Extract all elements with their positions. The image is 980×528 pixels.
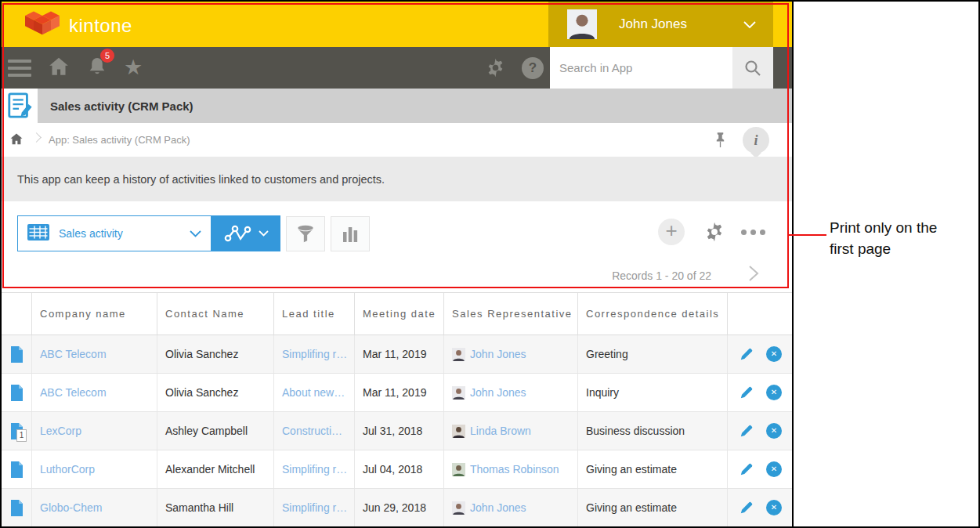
search-button[interactable] — [732, 47, 773, 89]
rep-name-link[interactable]: John Jones — [470, 501, 526, 514]
chart-view-button[interactable] — [212, 215, 280, 251]
meeting-date-cell: Mar 11, 2019 — [354, 335, 443, 373]
list-controls: Sales activity + Records 1 - 20 of 22 — [2, 201, 792, 292]
rep-avatar — [452, 386, 465, 400]
meeting-date-cell: Jul 31, 2018 — [354, 412, 443, 450]
contact-name-cell: Alexander Mitchell — [157, 450, 273, 488]
table-row[interactable]: 1 LexCorp Ashley Campbell Constructi… Ju… — [2, 412, 794, 450]
row-actions: ✕ — [727, 335, 794, 373]
app-settings-gear-icon[interactable] — [703, 221, 725, 246]
edit-record-icon[interactable] — [740, 347, 754, 361]
sales-rep-cell[interactable]: Thomas Robinson — [443, 450, 577, 488]
sales-rep-cell[interactable]: John Jones — [443, 489, 577, 526]
sales-rep-cell[interactable]: John Jones — [443, 335, 577, 373]
record-cell[interactable] — [2, 450, 31, 488]
column-header: Sales Representative — [443, 293, 577, 335]
table-row[interactable]: ABC Telecom Olivia Sanchez About new… Ma… — [2, 374, 794, 412]
delete-record-icon[interactable]: ✕ — [766, 500, 782, 515]
company-name-link[interactable]: ABC Telecom — [31, 335, 157, 373]
hamburger-menu-icon[interactable] — [8, 60, 31, 77]
breadcrumb: App: Sales activity (CRM Pack) i — [2, 123, 792, 157]
chevron-down-icon — [743, 17, 756, 31]
line-chart-icon — [224, 225, 252, 243]
table-header: Company nameContact NameLead titleMeetin… — [2, 292, 794, 335]
lead-title-link[interactable]: Simplifing r… — [273, 489, 354, 526]
company-name-link[interactable]: ABC Telecom — [31, 374, 157, 411]
comment-count-badge: 1 — [16, 429, 27, 442]
record-cell[interactable] — [2, 335, 31, 373]
lead-title-link[interactable]: Constructi… — [273, 412, 354, 450]
column-header: Meeting date — [354, 293, 443, 335]
view-selector-dropdown[interactable]: Sales activity — [17, 215, 212, 251]
edit-record-icon[interactable] — [740, 424, 754, 438]
sales-rep-cell[interactable]: Linda Brown — [443, 412, 577, 450]
app-description-text: This app can keep a history of activitie… — [17, 173, 385, 186]
graph-button[interactable] — [331, 216, 370, 251]
rep-name-link[interactable]: John Jones — [470, 348, 526, 360]
column-header: Correspondence details — [577, 293, 727, 335]
add-record-button[interactable]: + — [658, 219, 685, 245]
pin-icon[interactable] — [714, 131, 726, 152]
record-document-icon — [9, 345, 24, 363]
record-cell[interactable]: 1 — [2, 412, 31, 450]
notifications-bell-icon[interactable]: 5 — [86, 56, 108, 81]
filter-button[interactable] — [286, 216, 325, 251]
brand-header: kintone John Jones — [2, 2, 792, 47]
record-table: Company nameContact NameLead titleMeetin… — [2, 292, 794, 526]
app-title-row: Sales activity (CRM Pack) — [2, 89, 792, 123]
funnel-icon — [295, 223, 316, 245]
table-row[interactable]: LuthorCorp Alexander Mitchell Simplifing… — [2, 450, 794, 489]
settings-gear-icon[interactable] — [485, 57, 506, 81]
company-name-link[interactable]: LuthorCorp — [31, 450, 157, 488]
company-name-link[interactable]: LexCorp — [31, 412, 157, 450]
record-cell[interactable] — [2, 489, 31, 526]
sales-rep-cell[interactable]: John Jones — [443, 374, 577, 411]
lead-title-link[interactable]: Simplifing r… — [273, 335, 354, 373]
search-input[interactable] — [550, 47, 732, 89]
bar-chart-icon — [342, 225, 359, 244]
global-toolbar: 5 ★ ? — [2, 47, 792, 89]
table-row[interactable]: Globo-Chem Samantha Hill Simplifing r… J… — [2, 489, 794, 526]
records-count: Records 1 - 20 of 22 — [612, 269, 711, 282]
rep-avatar — [452, 348, 465, 361]
delete-record-icon[interactable]: ✕ — [766, 385, 782, 400]
home-icon[interactable] — [47, 56, 71, 80]
lead-title-link[interactable]: About new… — [273, 374, 354, 411]
contact-name-cell: Ashley Campbell — [157, 412, 273, 450]
rep-name-link[interactable]: John Jones — [470, 386, 526, 399]
chevron-down-icon — [259, 230, 269, 237]
app-description: This app can keep a history of activitie… — [2, 157, 792, 201]
help-icon[interactable]: ? — [522, 57, 544, 79]
row-actions: ✕ — [727, 374, 794, 411]
column-header-spacer — [2, 293, 31, 335]
table-body: ABC Telecom Olivia Sanchez Simplifing r…… — [2, 335, 794, 526]
kintone-logo[interactable]: kintone — [25, 9, 132, 42]
breadcrumb-app-label[interactable]: App: Sales activity (CRM Pack) — [49, 134, 190, 146]
breadcrumb-home-icon[interactable] — [9, 132, 24, 149]
edit-record-icon[interactable] — [740, 385, 754, 400]
rep-name-link[interactable]: Thomas Robinson — [470, 463, 559, 476]
table-row[interactable]: ABC Telecom Olivia Sanchez Simplifing r…… — [2, 335, 794, 374]
lead-title-link[interactable]: Simplifing r… — [273, 450, 354, 488]
user-menu[interactable]: John Jones — [548, 2, 773, 47]
delete-record-icon[interactable]: ✕ — [766, 346, 782, 362]
record-cell[interactable] — [2, 374, 31, 411]
favorites-star-icon[interactable]: ★ — [124, 57, 143, 78]
meeting-date-cell: Jul 04, 2018 — [354, 450, 443, 488]
table-view-icon — [27, 224, 49, 244]
company-name-link[interactable]: Globo-Chem — [31, 489, 157, 526]
app-title: Sales activity (CRM Pack) — [50, 99, 193, 113]
column-header: Lead title — [273, 293, 354, 335]
edit-record-icon[interactable] — [740, 501, 754, 515]
correspondence-details-cell: Giving an estimate — [577, 489, 727, 526]
delete-record-icon[interactable]: ✕ — [766, 461, 782, 477]
record-document-icon — [9, 499, 24, 517]
next-page-icon[interactable] — [747, 264, 760, 286]
record-document-icon — [9, 461, 24, 479]
edit-record-icon[interactable] — [740, 462, 754, 476]
kintone-app-window: kintone John Jones 5 ★ ? — [2, 2, 794, 526]
delete-record-icon[interactable]: ✕ — [766, 423, 782, 439]
more-options-icon[interactable] — [741, 230, 765, 235]
app-info-icon[interactable]: i — [743, 127, 769, 154]
rep-name-link[interactable]: Linda Brown — [470, 425, 531, 437]
